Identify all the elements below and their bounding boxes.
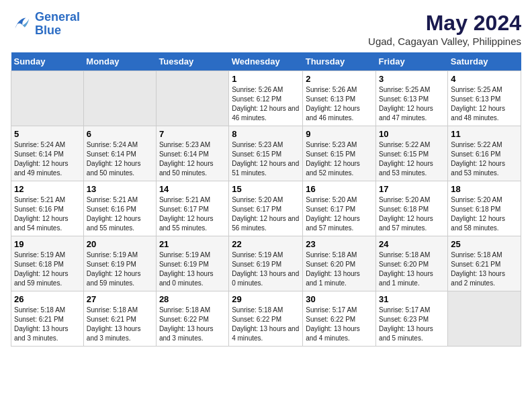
calendar-week-row: 19Sunrise: 5:19 AMSunset: 6:18 PMDayligh…	[11, 236, 521, 291]
day-info: Sunrise: 5:19 AMSunset: 6:19 PMDaylight:…	[159, 250, 226, 288]
day-number: 5	[14, 129, 81, 139]
calendar-table: SundayMondayTuesdayWednesdayThursdayFrid…	[11, 52, 521, 347]
weekday-header-tuesday: Tuesday	[156, 52, 228, 71]
day-info: Sunrise: 5:20 AMSunset: 6:17 PMDaylight:…	[232, 195, 300, 233]
logo: General Blue	[11, 11, 80, 38]
day-number: 3	[379, 74, 445, 84]
calendar-cell: 2Sunrise: 5:26 AMSunset: 6:13 PMDaylight…	[303, 71, 376, 126]
day-number: 26	[14, 294, 81, 304]
calendar-cell	[83, 71, 156, 126]
calendar-cell: 27Sunrise: 5:18 AMSunset: 6:21 PMDayligh…	[83, 291, 156, 347]
calendar-week-row: 12Sunrise: 5:21 AMSunset: 6:16 PMDayligh…	[11, 181, 521, 236]
weekday-header-sunday: Sunday	[11, 52, 84, 71]
day-info: Sunrise: 5:21 AMSunset: 6:17 PMDaylight:…	[159, 195, 226, 233]
calendar-week-row: 26Sunrise: 5:18 AMSunset: 6:21 PMDayligh…	[11, 291, 521, 347]
calendar-cell: 22Sunrise: 5:19 AMSunset: 6:19 PMDayligh…	[229, 236, 303, 291]
calendar-cell: 15Sunrise: 5:20 AMSunset: 6:17 PMDayligh…	[229, 181, 303, 236]
day-number: 23	[306, 239, 373, 249]
day-number: 18	[451, 184, 518, 194]
calendar-cell: 7Sunrise: 5:23 AMSunset: 6:14 PMDaylight…	[156, 126, 228, 181]
day-number: 30	[306, 294, 373, 304]
day-number: 31	[379, 294, 445, 304]
day-number: 24	[379, 239, 445, 249]
calendar-title: May 2024	[368, 11, 521, 36]
day-info: Sunrise: 5:19 AMSunset: 6:19 PMDaylight:…	[232, 250, 300, 288]
day-number: 12	[14, 184, 81, 194]
day-info: Sunrise: 5:19 AMSunset: 6:19 PMDaylight:…	[87, 250, 153, 288]
day-info: Sunrise: 5:20 AMSunset: 6:18 PMDaylight:…	[379, 195, 445, 233]
day-number: 8	[232, 129, 300, 139]
day-info: Sunrise: 5:25 AMSunset: 6:13 PMDaylight:…	[379, 85, 445, 123]
calendar-cell: 6Sunrise: 5:24 AMSunset: 6:14 PMDaylight…	[83, 126, 156, 181]
calendar-cell: 17Sunrise: 5:20 AMSunset: 6:18 PMDayligh…	[376, 181, 448, 236]
day-info: Sunrise: 5:23 AMSunset: 6:14 PMDaylight:…	[159, 140, 226, 178]
calendar-cell: 8Sunrise: 5:23 AMSunset: 6:15 PMDaylight…	[229, 126, 303, 181]
day-number: 6	[87, 129, 153, 139]
day-info: Sunrise: 5:22 AMSunset: 6:15 PMDaylight:…	[379, 140, 445, 178]
calendar-cell: 16Sunrise: 5:20 AMSunset: 6:17 PMDayligh…	[303, 181, 376, 236]
day-info: Sunrise: 5:21 AMSunset: 6:16 PMDaylight:…	[14, 195, 81, 233]
page-header: General Blue May 2024 Ugad, Cagayan Vall…	[11, 11, 521, 47]
day-number: 14	[159, 184, 226, 194]
day-number: 21	[159, 239, 226, 249]
day-info: Sunrise: 5:26 AMSunset: 6:12 PMDaylight:…	[232, 85, 300, 123]
calendar-subtitle: Ugad, Cagayan Valley, Philippines	[368, 36, 521, 47]
day-number: 20	[87, 239, 153, 249]
day-info: Sunrise: 5:18 AMSunset: 6:21 PMDaylight:…	[451, 250, 518, 288]
calendar-cell	[156, 71, 228, 126]
day-info: Sunrise: 5:22 AMSunset: 6:16 PMDaylight:…	[451, 140, 518, 178]
day-number: 9	[306, 129, 373, 139]
day-info: Sunrise: 5:18 AMSunset: 6:22 PMDaylight:…	[232, 306, 300, 343]
calendar-cell: 10Sunrise: 5:22 AMSunset: 6:15 PMDayligh…	[376, 126, 448, 181]
calendar-cell: 9Sunrise: 5:23 AMSunset: 6:15 PMDaylight…	[303, 126, 376, 181]
calendar-cell	[448, 291, 521, 347]
calendar-week-row: 1Sunrise: 5:26 AMSunset: 6:12 PMDaylight…	[11, 71, 521, 126]
day-info: Sunrise: 5:21 AMSunset: 6:16 PMDaylight:…	[87, 195, 153, 233]
calendar-cell: 23Sunrise: 5:18 AMSunset: 6:20 PMDayligh…	[303, 236, 376, 291]
day-number: 2	[306, 74, 373, 84]
title-block: May 2024 Ugad, Cagayan Valley, Philippin…	[368, 11, 521, 47]
day-number: 29	[232, 294, 300, 304]
calendar-cell: 21Sunrise: 5:19 AMSunset: 6:19 PMDayligh…	[156, 236, 228, 291]
day-info: Sunrise: 5:18 AMSunset: 6:22 PMDaylight:…	[159, 306, 226, 343]
day-info: Sunrise: 5:18 AMSunset: 6:21 PMDaylight:…	[14, 306, 81, 343]
day-number: 27	[87, 294, 153, 304]
day-info: Sunrise: 5:24 AMSunset: 6:14 PMDaylight:…	[14, 140, 81, 178]
weekday-header-row: SundayMondayTuesdayWednesdayThursdayFrid…	[11, 52, 521, 71]
day-number: 13	[87, 184, 153, 194]
day-info: Sunrise: 5:25 AMSunset: 6:13 PMDaylight:…	[451, 85, 518, 123]
logo-icon	[11, 13, 32, 35]
logo-text: General Blue	[35, 11, 80, 38]
calendar-cell: 31Sunrise: 5:17 AMSunset: 6:23 PMDayligh…	[376, 291, 448, 347]
calendar-cell: 3Sunrise: 5:25 AMSunset: 6:13 PMDaylight…	[376, 71, 448, 126]
calendar-cell: 26Sunrise: 5:18 AMSunset: 6:21 PMDayligh…	[11, 291, 84, 347]
day-info: Sunrise: 5:20 AMSunset: 6:18 PMDaylight:…	[451, 195, 518, 233]
day-info: Sunrise: 5:26 AMSunset: 6:13 PMDaylight:…	[306, 85, 373, 123]
calendar-cell: 13Sunrise: 5:21 AMSunset: 6:16 PMDayligh…	[83, 181, 156, 236]
weekday-header-saturday: Saturday	[448, 52, 521, 71]
day-number: 22	[232, 239, 300, 249]
calendar-cell: 18Sunrise: 5:20 AMSunset: 6:18 PMDayligh…	[448, 181, 521, 236]
calendar-week-row: 5Sunrise: 5:24 AMSunset: 6:14 PMDaylight…	[11, 126, 521, 181]
weekday-header-wednesday: Wednesday	[229, 52, 303, 71]
day-info: Sunrise: 5:18 AMSunset: 6:20 PMDaylight:…	[306, 250, 373, 288]
day-number: 11	[451, 129, 518, 139]
day-number: 4	[451, 74, 518, 84]
day-info: Sunrise: 5:23 AMSunset: 6:15 PMDaylight:…	[232, 140, 300, 178]
calendar-cell: 12Sunrise: 5:21 AMSunset: 6:16 PMDayligh…	[11, 181, 84, 236]
calendar-cell: 29Sunrise: 5:18 AMSunset: 6:22 PMDayligh…	[229, 291, 303, 347]
calendar-cell	[11, 71, 84, 126]
calendar-cell: 14Sunrise: 5:21 AMSunset: 6:17 PMDayligh…	[156, 181, 228, 236]
day-info: Sunrise: 5:24 AMSunset: 6:14 PMDaylight:…	[87, 140, 153, 178]
day-info: Sunrise: 5:17 AMSunset: 6:22 PMDaylight:…	[306, 306, 373, 343]
calendar-cell: 28Sunrise: 5:18 AMSunset: 6:22 PMDayligh…	[156, 291, 228, 347]
day-info: Sunrise: 5:23 AMSunset: 6:15 PMDaylight:…	[306, 140, 373, 178]
day-info: Sunrise: 5:19 AMSunset: 6:18 PMDaylight:…	[14, 250, 81, 288]
day-number: 19	[14, 239, 81, 249]
calendar-cell: 30Sunrise: 5:17 AMSunset: 6:22 PMDayligh…	[303, 291, 376, 347]
calendar-cell: 24Sunrise: 5:18 AMSunset: 6:20 PMDayligh…	[376, 236, 448, 291]
day-number: 1	[232, 74, 300, 84]
weekday-header-monday: Monday	[83, 52, 156, 71]
day-number: 25	[451, 239, 518, 249]
day-info: Sunrise: 5:17 AMSunset: 6:23 PMDaylight:…	[379, 306, 445, 343]
